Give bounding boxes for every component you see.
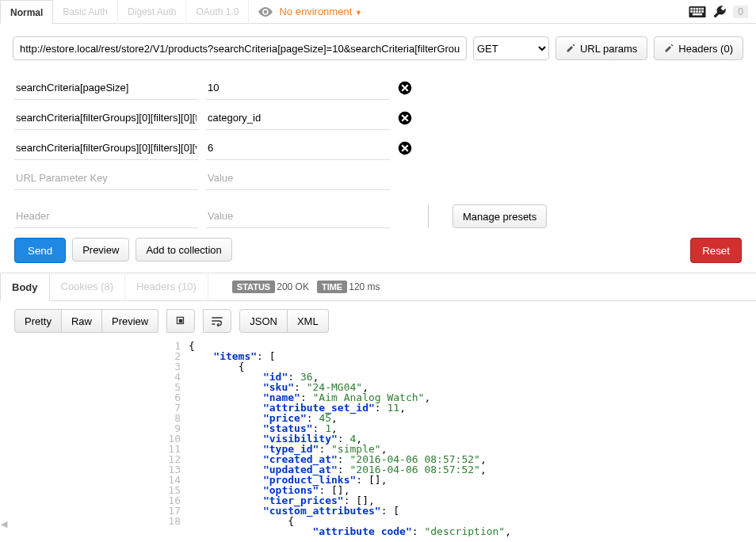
- manage-presets-button[interactable]: Manage presets: [452, 204, 547, 228]
- delete-icon[interactable]: [398, 111, 412, 125]
- view-preview[interactable]: Preview: [102, 309, 158, 333]
- svg-rect-10: [702, 10, 704, 13]
- param-key-0[interactable]: [14, 76, 198, 100]
- format-json[interactable]: JSON: [239, 309, 288, 333]
- svg-rect-9: [699, 10, 701, 13]
- header-key-empty[interactable]: [14, 204, 198, 228]
- view-pretty[interactable]: Pretty: [14, 309, 62, 333]
- format-xml[interactable]: XML: [288, 309, 329, 333]
- headers-button[interactable]: Headers (0): [654, 36, 743, 60]
- param-value-1[interactable]: [206, 106, 390, 130]
- svg-rect-16: [179, 319, 183, 323]
- notification-count[interactable]: 0: [733, 6, 748, 18]
- svg-rect-7: [693, 10, 696, 13]
- param-key-empty[interactable]: [14, 166, 198, 190]
- svg-rect-2: [693, 7, 696, 10]
- environment-dropdown[interactable]: No environment ▼: [279, 6, 361, 17]
- param-value-empty[interactable]: [206, 166, 390, 190]
- add-to-collection-button[interactable]: Add to collection: [136, 238, 231, 261]
- status-label: STATUS: [232, 281, 275, 293]
- auth-tab-digest[interactable]: Digest Auth: [118, 0, 186, 24]
- delete-icon[interactable]: [398, 141, 412, 155]
- send-button[interactable]: Send: [14, 238, 66, 263]
- svg-rect-3: [697, 7, 699, 10]
- param-key-1[interactable]: [14, 106, 198, 130]
- time-value: 120 ms: [349, 281, 380, 292]
- wrench-icon[interactable]: [712, 5, 727, 19]
- auth-tab-oauth[interactable]: OAuth 1.0: [186, 0, 249, 24]
- svg-rect-8: [697, 10, 699, 13]
- param-value-2[interactable]: [206, 136, 390, 160]
- collapse-icon[interactable]: ◀: [1, 519, 7, 529]
- svg-rect-1: [691, 7, 693, 10]
- view-raw[interactable]: Raw: [62, 309, 102, 333]
- auth-tab-bar: Normal Basic Auth Digest Auth OAuth 1.0 …: [0, 0, 756, 24]
- auth-tab-normal[interactable]: Normal: [0, 0, 53, 24]
- header-value-empty[interactable]: [206, 204, 390, 228]
- wrap-icon[interactable]: [203, 309, 231, 333]
- param-key-2[interactable]: [14, 136, 198, 160]
- delete-icon[interactable]: [398, 81, 412, 95]
- status-value: 200 OK: [277, 281, 309, 292]
- keyboard-icon[interactable]: [689, 6, 706, 17]
- tab-body[interactable]: Body: [0, 273, 50, 301]
- svg-rect-11: [693, 13, 702, 15]
- svg-rect-6: [691, 10, 693, 13]
- svg-rect-4: [699, 7, 701, 10]
- reset-button[interactable]: Reset: [690, 238, 742, 263]
- url-input[interactable]: [13, 36, 467, 60]
- tab-headers[interactable]: Headers (10): [125, 273, 208, 301]
- tab-cookies[interactable]: Cookies (8): [50, 273, 125, 301]
- copy-icon[interactable]: [166, 309, 195, 333]
- preview-button[interactable]: Preview: [72, 238, 129, 261]
- param-value-0[interactable]: [206, 76, 390, 100]
- svg-rect-5: [702, 7, 704, 10]
- response-body: 123456789101112131415161718 { "items": […: [0, 341, 756, 536]
- auth-tab-basic[interactable]: Basic Auth: [53, 0, 118, 24]
- url-params-button[interactable]: URL params: [556, 36, 647, 60]
- method-select[interactable]: GET: [473, 36, 549, 60]
- time-label: TIME: [317, 281, 347, 293]
- eye-icon: [258, 7, 273, 17]
